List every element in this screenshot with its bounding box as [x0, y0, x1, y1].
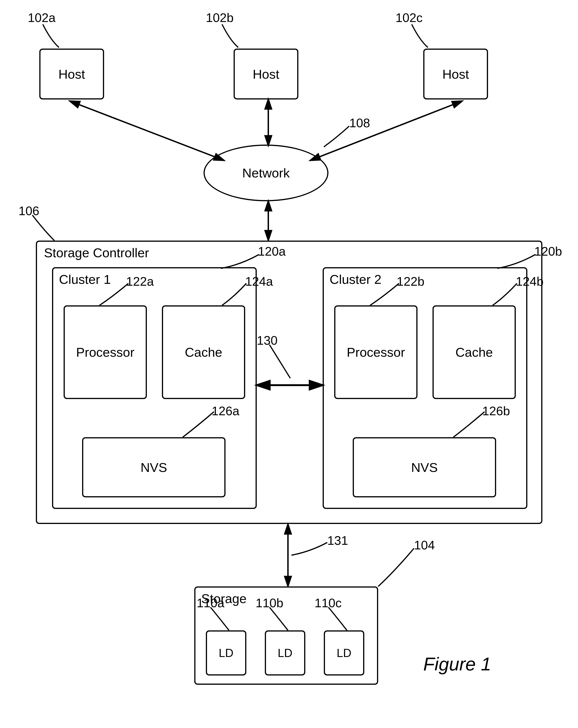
cluster2-nvs-label: NVS: [411, 460, 438, 475]
ld-c-label: LD: [337, 646, 351, 660]
ref-120b: 120b: [534, 244, 562, 258]
ref-126b: 126b: [482, 404, 510, 418]
cluster1-cache-label: Cache: [185, 345, 222, 360]
cluster1-processor-box: Processor: [63, 305, 147, 399]
ref-122b: 122b: [397, 274, 424, 288]
network-label: Network: [242, 165, 290, 180]
cluster2-title: Cluster 2: [330, 272, 382, 287]
cluster1-processor-label: Processor: [76, 345, 134, 360]
arrow-hosta-net: [70, 100, 227, 164]
ld-b-box: LD: [265, 630, 305, 675]
cluster2-cache-box: Cache: [432, 305, 516, 399]
leader-102c: [412, 24, 444, 50]
host-c-box: Host: [423, 49, 488, 100]
leader-131: [291, 543, 329, 557]
figure-title: Figure 1: [423, 653, 491, 675]
ref-108: 108: [349, 116, 370, 130]
arrow-net-ctrl: [264, 201, 273, 241]
host-b-box: Host: [234, 49, 298, 100]
cluster2-nvs-box: NVS: [353, 437, 496, 497]
ld-b-label: LD: [278, 646, 293, 660]
leader-102a: [43, 24, 75, 50]
ref-110a: 110a: [196, 596, 225, 610]
ref-124b: 124b: [516, 274, 544, 288]
host-a-box: Host: [39, 49, 104, 100]
ref-130: 130: [257, 333, 278, 347]
ref-104: 104: [414, 538, 435, 552]
cluster2-processor-box: Processor: [334, 305, 418, 399]
ref-106: 106: [19, 204, 39, 218]
cluster1-nvs-label: NVS: [140, 460, 167, 475]
ref-131: 131: [327, 533, 348, 548]
arrow-ctrl-storage: [283, 524, 293, 587]
leader-104: [378, 548, 415, 588]
ld-a-box: LD: [206, 630, 246, 675]
ref-110b: 110b: [256, 596, 283, 610]
ld-c-box: LD: [324, 630, 364, 675]
cluster1-cache-box: Cache: [162, 305, 245, 399]
ref-102b: 102b: [206, 10, 234, 25]
storage-controller-label: Storage Controller: [44, 245, 149, 260]
host-c-label: Host: [442, 67, 469, 82]
svg-line-0: [72, 102, 222, 160]
network-ellipse: Network: [204, 145, 329, 201]
cluster2-cache-label: Cache: [455, 345, 493, 360]
ref-122a: 122a: [126, 274, 154, 288]
cluster1-title: Cluster 1: [59, 272, 111, 287]
leader-106: [32, 215, 60, 242]
cluster2-processor-label: Processor: [347, 345, 405, 360]
host-b-label: Host: [253, 67, 279, 82]
ref-126a: 126a: [212, 404, 239, 418]
ref-102a: 102a: [28, 10, 55, 25]
ref-124a: 124a: [245, 274, 273, 288]
leader-108: [324, 126, 351, 148]
host-a-label: Host: [58, 67, 85, 82]
ref-110c: 110c: [315, 596, 342, 610]
arrow-hostb-net: [264, 100, 273, 146]
ref-120a: 120a: [258, 244, 286, 258]
svg-line-2: [312, 102, 460, 160]
ld-a-label: LD: [219, 646, 234, 660]
arrow-hostc-net: [308, 100, 465, 164]
cluster1-nvs-box: NVS: [82, 437, 226, 497]
ref-102c: 102c: [395, 10, 423, 25]
leader-102b: [222, 24, 255, 50]
